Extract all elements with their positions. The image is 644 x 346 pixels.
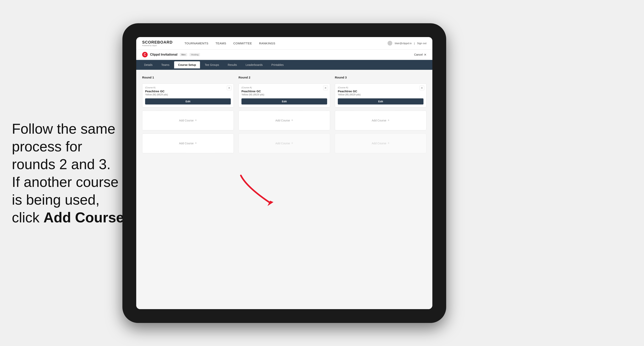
round-1-add-label-2: Add Course (179, 142, 194, 145)
round-2-course-card: ✕ (Course A) Peachtree GC Yellow (M) (66… (238, 83, 330, 107)
nav-teams[interactable]: TEAMS (216, 42, 226, 45)
cancel-button[interactable]: Cancel ✕ (414, 53, 426, 57)
tab-results[interactable]: Results (224, 61, 241, 68)
round-3-course-card: ✕ (Course A) Peachtree GC Yellow (M) (66… (335, 83, 426, 107)
round-2-title: Round 2 (238, 76, 330, 79)
round-3-course-label: (Course A) (338, 86, 424, 89)
tab-leaderboards[interactable]: Leaderboards (242, 61, 266, 68)
round-2-add-label-1: Add Course (276, 119, 290, 122)
tournament-name: Clippd Invitational (150, 53, 178, 56)
round-3-add-label-2: Add Course (372, 142, 386, 145)
c-logo: C (142, 52, 148, 57)
tab-tee-groups[interactable]: Tee Groups (201, 61, 223, 68)
round-2-add-course-text-2: Add Course + (276, 141, 293, 145)
round-2-course-detail: Yellow (M) (6629 yds) (242, 93, 327, 96)
round-1-title: Round 1 (142, 76, 234, 79)
round-3-add-course-2: Add Course + (335, 134, 426, 153)
round-2-add-plus-1: + (291, 118, 293, 122)
sub-header-left: C Clippd Invitational Men Hosting (142, 52, 200, 57)
instruction-line1: Follow the sameprocess forrounds 2 and 3… (12, 121, 128, 225)
round-1-course-card: ✕ (Course A) Peachtree GC Yellow (M) (66… (142, 83, 234, 107)
round-3-delete-button[interactable]: ✕ (420, 86, 424, 90)
round-2-column: Round 2 ✕ (Course A) Peachtree GC Yellow… (238, 76, 330, 153)
round-2-delete-button[interactable]: ✕ (323, 86, 328, 90)
round-1-add-course-text-2: Add Course + (179, 141, 197, 145)
nav-committee[interactable]: COMMITTEE (233, 42, 252, 45)
round-3-column: Round 3 ✕ (Course A) Peachtree GC Yellow… (335, 76, 426, 153)
nav-tournaments[interactable]: TOURNAMENTS (184, 42, 208, 45)
nav-right: blair@clippd.io | Sign out (388, 41, 426, 45)
round-3-add-label-1: Add Course (372, 119, 386, 122)
tab-printables[interactable]: Printables (268, 61, 288, 68)
round-1-column: Round 1 ✕ (Course A) Peachtree GC Yellow… (142, 76, 234, 153)
round-1-course-name: Peachtree GC (145, 90, 231, 93)
round-2-add-course-2: Add Course + (238, 134, 330, 153)
sub-header: C Clippd Invitational Men Hosting Cancel… (136, 50, 432, 60)
top-nav: SCOREBOARD Powered by clippd TOURNAMENTS… (136, 37, 432, 50)
round-2-edit-button[interactable]: Edit (242, 98, 327, 105)
tabs-bar: Details Teams Course Setup Tee Groups Re… (136, 60, 432, 70)
scoreboard-logo: SCOREBOARD Powered by clippd (142, 40, 172, 46)
tab-teams[interactable]: Teams (157, 61, 173, 68)
round-2-add-course-text-1: Add Course + (276, 118, 293, 122)
hosting-badge: Hosting (190, 53, 200, 56)
main-content: Round 1 ✕ (Course A) Peachtree GC Yellow… (136, 70, 432, 309)
round-1-course-label: (Course A) (145, 86, 231, 89)
cancel-x-icon: ✕ (424, 53, 426, 57)
round-1-add-label-1: Add Course (179, 119, 194, 122)
round-1-course-detail: Yellow (M) (6629 yds) (145, 93, 231, 96)
round-2-add-course-1[interactable]: Add Course + (238, 111, 330, 130)
nav-rankings[interactable]: RANKINGS (259, 42, 275, 45)
user-avatar (388, 41, 392, 45)
round-2-add-plus-2: + (291, 141, 293, 145)
round-3-add-plus-1: + (388, 118, 390, 122)
round-1-edit-button[interactable]: Edit (145, 98, 231, 105)
round-3-add-course-text-2: Add Course + (372, 141, 390, 145)
tab-course-setup[interactable]: Course Setup (174, 61, 200, 68)
round-3-edit-button[interactable]: Edit (338, 98, 424, 105)
logo-sub: Powered by clippd (142, 44, 172, 46)
round-3-course-name: Peachtree GC (338, 90, 424, 93)
round-3-add-course-1[interactable]: Add Course + (335, 111, 426, 130)
round-3-add-course-text-1: Add Course + (372, 118, 390, 122)
c-logo-letter: C (144, 53, 146, 56)
round-1-add-course-1[interactable]: Add Course + (142, 111, 234, 130)
tab-details[interactable]: Details (140, 61, 156, 68)
round-3-title: Round 3 (335, 76, 426, 79)
round-1-delete-button[interactable]: ✕ (227, 86, 232, 90)
round-1-add-plus-2: + (195, 141, 197, 145)
round-1-add-course-text-1: Add Course + (179, 118, 197, 122)
round-1-add-plus-1: + (195, 118, 197, 122)
round-1-add-course-2[interactable]: Add Course + (142, 134, 234, 153)
tablet-screen: SCOREBOARD Powered by clippd TOURNAMENTS… (136, 37, 432, 309)
tablet: SCOREBOARD Powered by clippd TOURNAMENTS… (122, 23, 446, 323)
nav-links: TOURNAMENTS TEAMS COMMITTEE RANKINGS (184, 42, 380, 45)
men-badge: Men (180, 53, 187, 56)
logo-main: SCOREBOARD (142, 40, 172, 44)
round-3-course-detail: Yellow (M) (6629 yds) (338, 93, 424, 96)
rounds-grid: Round 1 ✕ (Course A) Peachtree GC Yellow… (142, 76, 426, 153)
instruction-bold: Add Course. (44, 209, 128, 225)
user-email: blair@clippd.io (395, 42, 412, 45)
cancel-label: Cancel (414, 53, 423, 56)
round-2-course-label: (Course A) (242, 86, 327, 89)
round-3-add-plus-2: + (388, 141, 390, 145)
nav-pipe: | (414, 42, 414, 45)
round-2-add-label-2: Add Course (276, 142, 290, 145)
round-2-course-name: Peachtree GC (242, 90, 327, 93)
sign-out-link[interactable]: Sign out (417, 42, 426, 45)
